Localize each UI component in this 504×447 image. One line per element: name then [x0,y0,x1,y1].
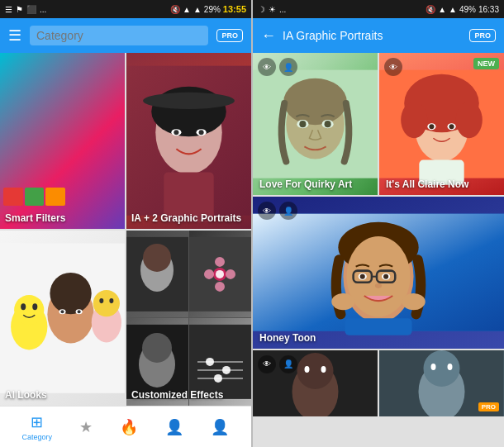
person-icon-honey[interactable]: 👤 [279,202,297,220]
ai-looks-cell[interactable]: AI Looks [0,231,125,407]
pro-badge-right[interactable]: PRO [469,29,496,42]
page-title-right: IA Graphic Portraits [283,29,463,42]
pro-badge-bottom: PRO [478,402,499,411]
honey-toon-label: Honey Toon [259,332,316,344]
portrait-illustration [126,53,251,229]
svg-point-31 [204,269,214,278]
nav-favorites[interactable]: ★ [79,418,93,436]
sub-cell-1 [126,231,188,318]
person-icon-quirky[interactable]: 👤 [279,58,297,76]
new-badge-claire: NEW [473,58,499,69]
claire-card-icons: 👁 [384,58,402,76]
nav-trending[interactable]: 🔥 [120,418,138,436]
bottom-cell-left[interactable]: 👁 👤 [253,350,378,416]
svg-point-86 [431,364,436,370]
hamburger-icon[interactable]: ☰ [8,26,21,45]
ai-looks-label: AI Looks [5,389,47,401]
svg-point-8 [199,130,204,135]
fire-icon: 🔥 [120,418,138,436]
pro-badge-left[interactable]: PRO [216,29,243,42]
eye-icon-quirky[interactable]: 👁 [258,58,276,76]
svg-point-55 [401,102,427,138]
svg-point-15 [50,272,91,313]
svg-point-82 [321,366,326,373]
smart-filters-label: Smart Filters [5,212,65,224]
smart-filters-cell[interactable]: Smart Filters [0,53,125,229]
eye-icon-honey[interactable]: 👁 [258,202,276,220]
person-icon-bl[interactable]: 👤 [279,355,297,373]
right-content-grid: 👁 👤 Love For Quirky Art [253,53,504,447]
svg-point-12 [21,303,26,310]
svg-point-85 [424,350,460,387]
nav-profile[interactable]: 👤 [211,418,229,436]
notification-icon: ⚑ [16,5,23,14]
claire-cell[interactable]: 👁 NEW It's All Claire Now [379,53,504,195]
community-icon: 👤 [165,418,183,436]
svg-point-13 [32,303,37,310]
right-status-right-icons: 🔇 ▲ ▲ 49% 16:33 [426,5,499,14]
claire-label: It's All Claire Now [386,178,468,190]
svg-point-43 [214,374,222,383]
love-quirky-art-cell[interactable]: 👁 👤 Love For Quirky Art [253,53,378,195]
customized-effects-cell[interactable]: Customized Effects [126,231,251,407]
moon-icon: ☽ [258,5,265,14]
wifi-right-icon: ▲ [438,5,446,14]
nav-category-label: Category [22,433,53,441]
svg-point-18 [60,310,64,313]
effects-preview-2 [189,231,251,318]
svg-point-22 [99,298,103,303]
svg-point-80 [297,353,334,389]
svg-point-66 [346,236,410,316]
sub-cell-2 [189,231,251,318]
honey-toon-card-icons: 👁 👤 [258,202,297,220]
svg-point-39 [206,358,214,366]
svg-point-36 [142,333,172,363]
graphic-portraits-cell[interactable]: IA + 2 Graphic Portraits [126,53,251,229]
svg-point-87 [448,364,453,370]
clock-right: 16:33 [478,5,499,14]
svg-rect-75 [345,319,411,335]
left-status-icons: ☰ ⚑ ⬛ ... [5,5,46,14]
svg-point-11 [14,295,44,325]
battery-percent-right: 49% [459,5,476,14]
custom-effects-grid [126,231,251,407]
svg-point-72 [360,274,365,279]
mute-icon: 🔇 [170,5,180,14]
bottom-nav-left: ⊞ Category ★ 🔥 👤 👤 [0,406,251,447]
svg-point-23 [109,298,113,303]
eye-icon-claire[interactable]: 👁 [384,58,402,76]
category-grid: Smart Filters [0,53,251,406]
category-icon: ⊞ [31,413,43,431]
svg-point-41 [222,366,231,374]
clock-left: 13:55 [223,4,246,14]
customized-effects-label: Customized Effects [131,389,223,401]
svg-point-21 [93,290,120,316]
dots-icon: ... [40,5,46,14]
nav-category[interactable]: ⊞ Category [22,413,53,441]
svg-point-73 [383,274,388,279]
wifi-icon: ▲ [183,5,191,14]
svg-point-56 [456,102,483,138]
category-search-input[interactable] [30,26,208,45]
ai-looks-illustration [0,231,125,407]
eye-icon-bl[interactable]: 👁 [258,355,276,373]
quirky-card-icons: 👁 👤 [258,58,297,76]
right-left-status-icons: ☽ ☀ ... [258,5,286,14]
right-status-icons: 🔇 ▲ ▲ 29% 13:55 [170,4,246,14]
bottom-left-icons: 👁 👤 [258,355,297,373]
nav-community[interactable]: 👤 [165,418,183,436]
mini-cell-2 [25,188,45,206]
top-bar-right: ← IA Graphic Portraits PRO [253,18,504,53]
profile-icon: 👤 [211,418,229,436]
mini-cell-1 [3,188,23,206]
bottom-cell-right[interactable]: PRO [379,350,504,416]
honey-toon-cell[interactable]: 👁 👤 Honey Toon [253,197,504,348]
back-button[interactable]: ← [261,27,276,45]
status-bar-left: ☰ ⚑ ⬛ ... 🔇 ▲ ▲ 29% 13:55 [0,0,251,18]
top-bar-left: ☰ PRO [0,18,251,53]
menu-status-icon: ☰ [5,5,12,14]
svg-point-33 [216,269,224,278]
svg-point-30 [215,281,225,291]
effects-preview-1 [126,231,188,318]
love-quirky-label: Love For Quirky Art [259,178,352,190]
